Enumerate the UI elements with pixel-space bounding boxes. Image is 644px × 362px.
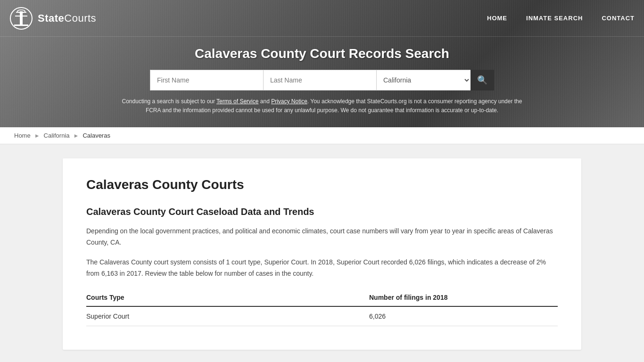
last-name-input[interactable] — [263, 70, 376, 90]
breadcrumb: Home ► California ► Calaveras — [0, 127, 644, 144]
logo-text: StateCourts — [38, 12, 96, 25]
disclaimer-text: Conducting a search is subject to our Te… — [110, 97, 534, 123]
main-content: Calaveras County Courts Calaveras County… — [44, 158, 600, 349]
logo-icon — [9, 7, 33, 30]
body-text-1: Depending on the local government practi… — [86, 226, 558, 248]
state-select[interactable]: Select State Alabama Alaska Arizona Arka… — [376, 70, 471, 90]
filings-table: Courts Type Number of filings in 2018 Su… — [86, 289, 558, 326]
table-header-filings: Number of filings in 2018 — [369, 289, 558, 306]
table-header-type: Courts Type — [86, 289, 369, 306]
site-logo[interactable]: StateCourts — [9, 7, 96, 30]
top-navigation: StateCourts HOME INMATE SEARCH CONTACT — [0, 0, 644, 37]
nav-home[interactable]: HOME — [487, 15, 507, 22]
breadcrumb-sep-2: ► — [74, 132, 79, 139]
table-row: Superior Court6,026 — [86, 306, 558, 326]
breadcrumb-state[interactable]: California — [44, 132, 70, 139]
nav-links: HOME INMATE SEARCH CONTACT — [487, 15, 635, 22]
breadcrumb-home[interactable]: Home — [14, 132, 31, 139]
svg-rect-2 — [20, 11, 23, 25]
site-header: StateCourts HOME INMATE SEARCH CONTACT C… — [0, 0, 644, 127]
search-bar: Select State Alabama Alaska Arizona Arka… — [133, 70, 511, 90]
first-name-input[interactable] — [150, 70, 263, 90]
nav-contact[interactable]: CONTACT — [602, 15, 635, 22]
county-title: Calaveras County Courts — [86, 177, 558, 192]
search-section: Calaveras County Court Records Search Se… — [0, 37, 644, 127]
section-title: Calaveras County Court Caseload Data and… — [86, 206, 558, 217]
page-title: Calaveras County Court Records Search — [9, 46, 635, 61]
table-cell-type: Superior Court — [86, 306, 369, 326]
breadcrumb-county: Calaveras — [83, 132, 110, 139]
body-text-2: The Calaveras County court system consis… — [86, 257, 558, 280]
privacy-notice-link[interactable]: Privacy Notice — [271, 98, 307, 105]
svg-rect-1 — [14, 25, 28, 26]
table-cell-filings: 6,026 — [369, 306, 558, 326]
search-icon: 🔍 — [477, 75, 487, 85]
search-button[interactable]: 🔍 — [471, 70, 494, 90]
terms-of-service-link[interactable]: Terms of Service — [216, 98, 258, 105]
breadcrumb-sep-1: ► — [34, 132, 40, 139]
nav-inmate-search[interactable]: INMATE SEARCH — [526, 15, 583, 22]
header-content: StateCourts HOME INMATE SEARCH CONTACT C… — [0, 0, 644, 127]
content-card: Calaveras County Courts Calaveras County… — [63, 158, 581, 349]
